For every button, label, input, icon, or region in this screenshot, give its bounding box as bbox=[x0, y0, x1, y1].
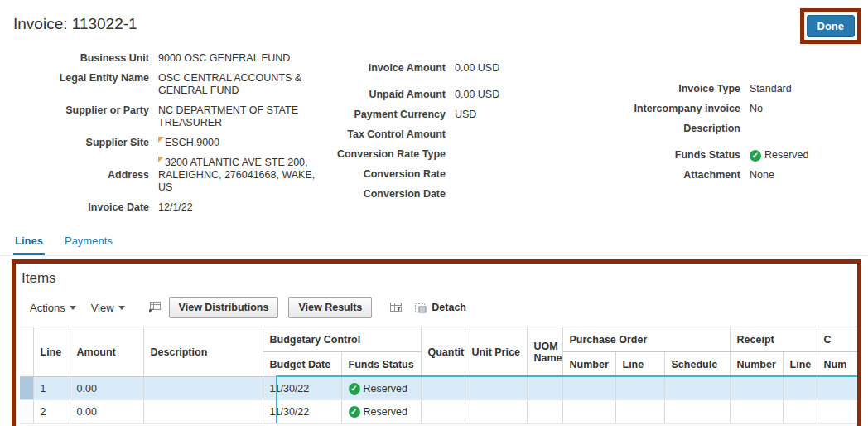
field-invoice-amount: Invoice Amount 0.00 USD bbox=[321, 62, 591, 75]
cell-unit-price bbox=[465, 400, 527, 424]
field-label: Payment Currency bbox=[321, 109, 446, 121]
items-section-title: Items bbox=[20, 269, 857, 293]
actions-menu-label: Actions bbox=[30, 302, 65, 314]
col-header-receipt-line[interactable]: Line bbox=[783, 352, 817, 377]
chevron-down-icon bbox=[70, 306, 76, 310]
annotation-highlight-items-panel: Items Actions View View Dist bbox=[12, 259, 861, 426]
cell-receipt-line bbox=[783, 377, 817, 400]
col-header-amount[interactable]: Amount bbox=[70, 327, 143, 377]
field-label: Conversion Rate Type bbox=[321, 148, 446, 161]
field-payment-currency: Payment Currency USD bbox=[321, 109, 591, 121]
field-conversion-date: Conversion Date bbox=[321, 188, 591, 201]
field-label: Conversion Date bbox=[321, 188, 446, 201]
view-results-button[interactable]: View Results bbox=[288, 297, 372, 318]
cell-po-schedule bbox=[664, 377, 730, 400]
actions-menu[interactable]: Actions bbox=[30, 302, 76, 314]
tab-lines[interactable]: Lines bbox=[13, 231, 45, 255]
col-header-budget-date[interactable]: Budget Date bbox=[263, 352, 341, 377]
field-value: ESCH.9000 bbox=[158, 137, 316, 149]
summary-column-right: Invoice Type Standard Intercompany invoi… bbox=[591, 52, 865, 221]
freeze-icon[interactable] bbox=[147, 301, 162, 314]
field-tax-control-amount: Tax Control Amount bbox=[321, 128, 591, 141]
table-row-line-1[interactable]: 1 0.00 11/30/22 ✓ Reserved bbox=[20, 377, 857, 400]
items-table-container: Line Amount Description Budgetary Contro… bbox=[20, 327, 857, 426]
col-header-quantity[interactable]: Quantity bbox=[421, 327, 465, 377]
invoice-page: Invoice: 113022-1 Done Business Unit 900… bbox=[0, 0, 868, 426]
field-intercompany-invoice: Intercompany invoice No bbox=[591, 103, 865, 115]
field-funds-status: Funds Status ✓ Reserved bbox=[591, 149, 865, 162]
col-group-receipt[interactable]: Receipt bbox=[730, 327, 817, 352]
row-handle[interactable] bbox=[20, 377, 33, 400]
field-address: Address 3200 ATLANTIC AVE STE 200, RALEI… bbox=[13, 157, 321, 194]
items-toolbar: Actions View View Distributions View Res… bbox=[20, 293, 857, 325]
cell-po-line bbox=[615, 377, 664, 400]
col-header-po-schedule[interactable]: Schedule bbox=[664, 352, 730, 377]
field-value: NC DEPARTMENT OF STATE TREASURER bbox=[158, 104, 316, 129]
cell-description bbox=[143, 377, 263, 400]
funds-status-value: Reserved bbox=[764, 149, 809, 162]
funds-status-text: Reserved bbox=[364, 383, 408, 395]
field-legal-entity-name: Legal Entity Name OSC CENTRAL ACCOUNTS &… bbox=[13, 72, 321, 97]
col-header-funds-status[interactable]: Funds Status bbox=[341, 352, 421, 377]
view-menu[interactable]: View bbox=[91, 302, 125, 314]
field-conversion-rate: Conversion Rate bbox=[321, 168, 591, 181]
tab-payments[interactable]: Payments bbox=[63, 231, 114, 255]
col-group-consumption[interactable]: C bbox=[817, 327, 857, 352]
field-business-unit: Business Unit 9000 OSC GENERAL FUND bbox=[13, 52, 321, 65]
cell-po-number bbox=[562, 400, 615, 424]
field-value: 9000 OSC GENERAL FUND bbox=[158, 52, 316, 65]
cell-budget-date: 11/30/22 bbox=[263, 400, 341, 424]
info-flag-icon bbox=[158, 157, 164, 162]
detach-icon bbox=[414, 301, 427, 314]
field-label: Tax Control Amount bbox=[321, 128, 446, 141]
col-group-purchase-order[interactable]: Purchase Order bbox=[562, 327, 730, 352]
cell-cons-number bbox=[817, 400, 857, 424]
query-by-example-icon[interactable] bbox=[389, 301, 403, 314]
field-value: No bbox=[750, 103, 857, 115]
field-label: Invoice Type bbox=[591, 83, 740, 95]
summary-column-middle: Invoice Amount 0.00 USD Unpaid Amount 0.… bbox=[321, 52, 591, 221]
col-group-budgetary-control[interactable]: Budgetary Control bbox=[263, 327, 421, 352]
col-header-uom-name[interactable]: UOM Name bbox=[527, 327, 562, 377]
field-value: 3200 ATLANTIC AVE STE 200, RALEIGHNC, 27… bbox=[158, 157, 316, 194]
table-row-line-2[interactable]: 2 0.00 11/30/22 ✓ Reserved bbox=[20, 400, 857, 424]
field-label: Business Unit bbox=[13, 52, 149, 65]
cell-uom-name bbox=[527, 377, 562, 400]
cell-budget-date: 11/30/22 bbox=[263, 377, 341, 400]
view-distributions-button[interactable]: View Distributions bbox=[169, 297, 279, 318]
cell-description bbox=[143, 400, 263, 424]
cell-cons-number bbox=[817, 377, 857, 400]
detach-button[interactable]: Detach bbox=[414, 301, 466, 314]
col-header-po-line[interactable]: Line bbox=[615, 352, 664, 377]
field-value: Standard bbox=[750, 83, 857, 95]
col-header-po-number[interactable]: Number bbox=[562, 352, 615, 377]
info-flag-icon bbox=[158, 137, 164, 143]
done-button[interactable]: Done bbox=[807, 15, 856, 37]
cell-receipt-number bbox=[730, 400, 783, 424]
field-label: Unpaid Amount bbox=[321, 89, 446, 101]
field-conversion-rate-type: Conversion Rate Type bbox=[321, 148, 591, 161]
field-label: Conversion Rate bbox=[321, 168, 446, 181]
col-header-line[interactable]: Line bbox=[33, 327, 70, 377]
view-menu-label: View bbox=[91, 302, 114, 314]
row-handle[interactable] bbox=[20, 400, 33, 424]
field-invoice-type: Invoice Type Standard bbox=[591, 83, 865, 95]
field-value: 12/1/22 bbox=[158, 201, 316, 214]
col-header-receipt-number[interactable]: Number bbox=[730, 352, 783, 377]
field-label: Funds Status bbox=[591, 149, 740, 162]
page-title: Invoice: 113022-1 bbox=[13, 8, 137, 33]
detach-label: Detach bbox=[432, 302, 466, 313]
col-header-cons-number[interactable]: Num bbox=[817, 352, 857, 377]
cell-line: 1 bbox=[33, 377, 70, 400]
field-label: Description bbox=[591, 123, 740, 135]
cell-po-line bbox=[615, 400, 664, 424]
col-header-description[interactable]: Description bbox=[143, 327, 263, 377]
cell-po-schedule bbox=[664, 400, 730, 424]
frozen-region-divider-horizontal bbox=[276, 375, 857, 377]
tab-bar: Lines Payments bbox=[0, 221, 868, 256]
field-description: Description bbox=[591, 123, 865, 135]
field-supplier-site: Supplier Site ESCH.9000 bbox=[13, 137, 321, 149]
field-unpaid-amount: Unpaid Amount 0.00 USD bbox=[321, 89, 591, 101]
frozen-region-divider-vertical bbox=[276, 376, 277, 423]
col-header-unit-price[interactable]: Unit Price bbox=[465, 327, 527, 377]
